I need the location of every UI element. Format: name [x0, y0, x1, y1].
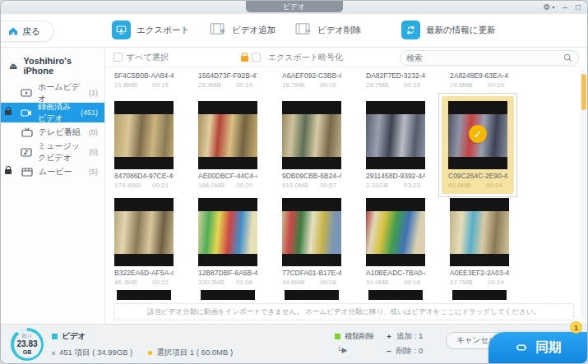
- video-filename: 9DB09CBB-6B24-46...: [282, 172, 341, 180]
- settings-gear-icon[interactable]: ⚙: [543, 2, 550, 13]
- video-filename: 77CDFA01-B17E-44...: [282, 269, 341, 277]
- delete-legend-swatch: [335, 334, 340, 339]
- back-button[interactable]: 戻る: [0, 21, 54, 42]
- sidebar-item-label: 録画済みビデオ: [38, 101, 75, 124]
- selected-count-text: 選択項目 1 ( 60.0MB ): [156, 348, 233, 358]
- video-size: 60.0MB: [448, 182, 471, 189]
- remaining-label: 残り: [21, 334, 32, 339]
- video-thumbnail: [366, 101, 425, 169]
- video-filename: 1564D73F-F92B-479...: [198, 71, 257, 80]
- video-filename: 847086D4-97CE-4C...: [114, 172, 174, 180]
- eject-icon[interactable]: ⏏: [9, 61, 17, 71]
- storage-legend: ビデオ 451 項目 ( 34.99GB ) 選択項目 1 ( 60.0MB ): [52, 331, 233, 358]
- settings-caret-icon[interactable]: ▾: [552, 2, 554, 13]
- video-item[interactable]: 12B87DBF-6A5B-41... 330.3MB01:08: [198, 198, 257, 286]
- movie-icon: [21, 167, 33, 177]
- video-item[interactable]: 2A8248E9-63EA-418... 29.8MB00:19: [450, 69, 509, 89]
- home-video-icon: [21, 88, 32, 99]
- sidebar-item-music-video[interactable]: ミュージックビデオ (0): [1, 142, 104, 162]
- sidebar-item-count: (1): [89, 89, 98, 97]
- video-legend-swatch: [52, 334, 58, 339]
- video-grid: 5F4C5B0B-AA84-4F... 21.8MB00:15 1564D73F…: [105, 67, 587, 324]
- search-input[interactable]: [406, 53, 563, 62]
- scrollbar-thumb[interactable]: [581, 74, 586, 110]
- video-size: 67.7MB: [450, 279, 473, 286]
- sync-label: 同期: [535, 339, 562, 357]
- video-item[interactable]: ✓ C09C264C-2E90-47... 60.0MB00:04: [448, 101, 507, 189]
- video-item[interactable]: 2911458D-9392-4A... 2.31GB03:23: [366, 101, 425, 189]
- sidebar-item-tv-shows[interactable]: テレビ番組 (0): [1, 122, 104, 142]
- video-add-button[interactable]: ビデオ追加: [209, 21, 275, 39]
- music-video-icon: [21, 147, 32, 158]
- video-delete-button[interactable]: ビデオ削除: [294, 21, 361, 39]
- minimize-button[interactable]: –: [563, 2, 567, 13]
- selected-video-item[interactable]: ✓ C09C264C-2E90-47... 60.0MB00:04: [442, 96, 514, 194]
- sidebar-item-movies[interactable]: ムービー (5): [1, 162, 104, 182]
- select-all-toggle[interactable]: すべて選択: [113, 52, 169, 63]
- video-item[interactable]: A6AEF092-C3BB-43... 16.7MB00:10: [282, 69, 341, 89]
- video-item[interactable]: 77CDFA01-B17E-44... 44.6MB00:08: [282, 198, 341, 286]
- video-item[interactable]: A0EE3EF2-2A03-467... 67.7MB00:24: [450, 198, 509, 286]
- video-item[interactable]: A10BEADC-7BA0-49... 91.0MB00:16: [366, 198, 425, 286]
- recorded-video-icon: [21, 108, 32, 118]
- export-encryption-checkbox[interactable]: [252, 53, 261, 62]
- sidebar-item-home-video[interactable]: ホームビデオ (1): [1, 83, 104, 103]
- video-size: 174.4MB: [114, 182, 141, 189]
- video-filename: A6AEF092-C3BB-43...: [282, 71, 341, 80]
- video-item[interactable]: 5F4C5B0B-AA84-4F... 21.8MB00:15: [114, 69, 174, 89]
- video-add-label: ビデオ追加: [232, 25, 275, 36]
- video-filename: A0EE3EF2-2A03-467...: [450, 269, 509, 277]
- plus-icon: +: [386, 332, 392, 341]
- video-duration: 00:20: [236, 182, 252, 189]
- video-item[interactable]: 1564D73F-F92B-479... 28.3MB00:19: [198, 69, 257, 89]
- lock-icon: [5, 110, 12, 115]
- sidebar-item-recorded-video[interactable]: 録画済みビデオ (451): [1, 103, 104, 122]
- video-delete-icon: [294, 21, 312, 39]
- search-icon[interactable]: [563, 53, 572, 62]
- video-filename: B322EA6D-AF5A-4D...: [114, 269, 174, 277]
- video-thumbnail-partial[interactable]: [368, 290, 423, 300]
- video-item[interactable]: 9DB09CBB-6B24-46... 519.0MB00:57: [282, 101, 341, 189]
- device-header[interactable]: ⏏ Yoshihiro's iPhone: [1, 48, 104, 83]
- video-size: 519.0MB: [282, 182, 308, 189]
- scrollbar-track[interactable]: [581, 69, 586, 322]
- sidebar-item-label: ムービー: [39, 166, 72, 177]
- video-duration: 00:08: [320, 279, 336, 286]
- sync-button[interactable]: 同期: [488, 332, 587, 363]
- video-duration: 00:24: [488, 279, 504, 286]
- select-all-label: すべて選択: [127, 52, 169, 63]
- video-thumbnail-partial[interactable]: [117, 290, 171, 300]
- video-duration: 00:57: [320, 182, 336, 189]
- export-encryption-toggle[interactable]: エクスポート暗号化: [241, 52, 343, 63]
- video-filename: 5F4C5B0B-AA84-4F...: [114, 71, 174, 80]
- video-thumbnail-partial[interactable]: [201, 290, 255, 300]
- video-item[interactable]: B322EA6D-AF5A-4D... 86.3MB00:22: [114, 198, 174, 286]
- items-count-text: 451 項目 ( 34.99GB ): [59, 348, 132, 358]
- sidebar-item-count: (0): [89, 148, 98, 156]
- video-thumbnail: [450, 198, 509, 266]
- video-thumbnail-partial[interactable]: [285, 290, 339, 300]
- video-item[interactable]: 847086D4-97CE-4C... 174.4MB00:21: [114, 101, 174, 189]
- refresh-button[interactable]: 最新の情報に更新: [401, 21, 496, 39]
- video-filename: A10BEADC-7BA0-49...: [366, 269, 425, 277]
- toolbar: 戻る エクスポート ビデオ追加 ビデオ削除 最新の情報に更新: [1, 14, 587, 48]
- video-item[interactable]: DA82F7ED-3232-4E... 28.7MB00:19: [366, 69, 425, 89]
- device-name: Yoshihiro's iPhone: [23, 56, 98, 76]
- search-box[interactable]: [400, 50, 579, 66]
- maximize-button[interactable]: □: [576, 2, 581, 13]
- sidebar-item-count: (0): [89, 128, 98, 136]
- select-all-checkbox[interactable]: [113, 53, 123, 62]
- video-item[interactable]: AE00DBCF-44C4-46... 186.0MB00:20: [198, 101, 257, 189]
- video-thumbnail: [198, 198, 257, 266]
- sidebar-item-label: ミュージックビデオ: [38, 141, 83, 164]
- video-size: 186.0MB: [198, 182, 225, 189]
- sync-counters: + 追加 : 1 − 削除 : 0: [386, 331, 423, 361]
- video-thumbnail-partial[interactable]: [452, 290, 507, 300]
- video-size: 86.3MB: [114, 279, 137, 286]
- selected-check-icon[interactable]: ✓: [469, 125, 487, 143]
- export-encryption-label: エクスポート暗号化: [268, 52, 343, 63]
- sync-badge: 1: [570, 321, 582, 334]
- export-button[interactable]: エクスポート: [112, 21, 189, 39]
- video-duration: 00:15: [152, 81, 169, 89]
- video-duration: 00:22: [152, 279, 169, 286]
